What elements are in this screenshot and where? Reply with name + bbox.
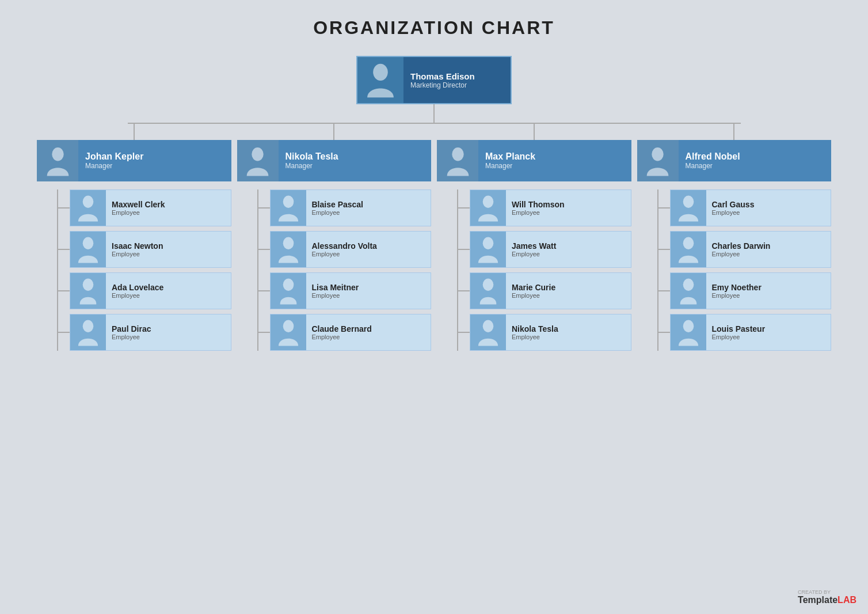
emp-info-3-3: Louis Pasteur Employee (706, 322, 771, 343)
emp-card-1-1: Alessandro Volta Employee (270, 231, 432, 268)
svg-point-5 (83, 320, 94, 332)
emp-info-0-1: Isaac Newton Employee (106, 239, 169, 260)
emp-info-1-2: Lisa Meitner Employee (306, 281, 365, 301)
emp-list-2: Will Thomson Employee James Watt Employe… (458, 189, 631, 351)
svg-point-7 (283, 196, 294, 208)
emp-card-3-0: Carl Gauss Employee (670, 189, 832, 226)
emp-avatar-2-0 (470, 190, 506, 226)
svg-point-8 (283, 237, 294, 249)
emp-avatar-1-3 (271, 314, 306, 350)
mgr-avatar-0 (37, 140, 78, 181)
emp-row-2-1: James Watt Employee (458, 231, 631, 268)
h-span-line (25, 123, 843, 124)
svg-point-16 (652, 147, 663, 161)
svg-point-14 (483, 279, 494, 291)
emp-section-0: Maxwell Clerk Employee Isaac Newton Empl… (37, 189, 231, 351)
emp-h-line-3-2 (658, 290, 670, 291)
emp-h-line-0-2 (58, 290, 70, 291)
svg-point-0 (373, 64, 388, 81)
emp-card-3-2: Emy Noether Employee (670, 272, 832, 309)
emp-card-2-2: Marie Curie Employee (470, 272, 631, 309)
emp-row-0-2: Ada Lovelace Employee (58, 272, 231, 309)
manager-column-0: Johan Kepler Manager Maxwell Clerk Emplo… (37, 124, 231, 351)
emp-row-3-2: Emy Noether Employee (658, 272, 832, 309)
emp-name-0-1: Isaac Newton (112, 241, 163, 251)
emp-avatar-0-1 (70, 232, 106, 267)
person-icon (362, 62, 399, 98)
emp-name-0-2: Ada Lovelace (112, 283, 163, 292)
root-role: Marketing Director (410, 81, 475, 89)
emp-role-2-0: Employee (512, 209, 565, 216)
emp-avatar-0-3 (70, 314, 106, 350)
emp-list-1: Blaise Pascal Employee Alessandro Volta … (258, 189, 432, 351)
emp-h-line-0-1 (58, 249, 70, 250)
emp-info-2-3: Nikola Tesla Employee (506, 322, 564, 343)
emp-card-0-0: Maxwell Clerk Employee (70, 189, 231, 226)
emp-info-1-1: Alessandro Volta Employee (306, 239, 383, 260)
emp-card-3-3: Louis Pasteur Employee (670, 314, 832, 351)
mgr-info-1: Nikola Tesla Manager (279, 148, 345, 173)
emp-row-3-0: Carl Gauss Employee (658, 189, 832, 226)
emp-role-0-2: Employee (112, 292, 163, 299)
emp-role-2-1: Employee (512, 251, 556, 257)
emp-name-3-0: Carl Gauss (712, 200, 755, 209)
emp-h-line-2-1 (458, 249, 470, 250)
emp-info-3-2: Emy Noether Employee (706, 281, 767, 301)
svg-point-10 (283, 320, 294, 332)
svg-point-9 (283, 279, 294, 291)
emp-h-line-3-0 (658, 207, 670, 209)
mgr-name-2: Max Planck (485, 151, 535, 162)
emp-info-3-1: Charles Darwin Employee (706, 239, 776, 260)
emp-row-0-0: Maxwell Clerk Employee (58, 189, 231, 226)
emp-avatar-1-2 (271, 273, 306, 309)
emp-role-3-3: Employee (712, 333, 766, 340)
emp-role-0-1: Employee (112, 251, 163, 257)
emp-row-2-2: Marie Curie Employee (458, 272, 631, 309)
emp-role-1-3: Employee (312, 333, 372, 340)
emp-name-0-0: Maxwell Clerk (112, 200, 165, 209)
emp-name-2-2: Marie Curie (512, 283, 555, 292)
root-avatar (357, 57, 403, 103)
mgr-avatar-2 (437, 140, 478, 181)
emp-list-0: Maxwell Clerk Employee Isaac Newton Empl… (58, 189, 231, 351)
svg-point-20 (683, 320, 694, 332)
emp-role-1-2: Employee (312, 292, 359, 299)
emp-info-0-3: Paul Dirac Employee (106, 322, 157, 343)
emp-h-line-1-3 (258, 332, 270, 333)
emp-list-3: Carl Gauss Employee Charles Darwin Emplo… (658, 189, 832, 351)
emp-row-0-1: Isaac Newton Employee (58, 231, 231, 268)
emp-avatar-1-1 (271, 232, 306, 267)
svg-point-18 (683, 237, 694, 249)
emp-avatar-1-0 (271, 190, 306, 226)
manager-node-2: Max Planck Manager (437, 140, 631, 181)
emp-h-line-3-3 (658, 332, 670, 333)
emp-section-1: Blaise Pascal Employee Alessandro Volta … (237, 189, 432, 351)
svg-point-1 (52, 147, 63, 161)
emp-card-0-1: Isaac Newton Employee (70, 231, 231, 268)
emp-role-2-2: Employee (512, 292, 555, 299)
root-node: Thomas Edison Marketing Director (356, 56, 512, 104)
emp-info-3-0: Carl Gauss Employee (706, 198, 760, 218)
mgr-info-2: Max Planck Manager (478, 148, 542, 173)
emp-row-3-3: Louis Pasteur Employee (658, 314, 832, 351)
emp-avatar-2-2 (470, 273, 506, 309)
top-connector-1 (333, 124, 334, 140)
root-row: Thomas Edison Marketing Director (356, 56, 512, 104)
h-line-inner (128, 123, 741, 124)
emp-info-2-2: Marie Curie Employee (506, 281, 561, 301)
emp-name-2-3: Nikola Tesla (512, 324, 558, 333)
mgr-role-1: Manager (285, 162, 338, 170)
svg-point-13 (483, 237, 494, 249)
emp-h-line-0-0 (58, 207, 70, 209)
top-connector-0 (134, 124, 135, 140)
root-name: Thomas Edison (410, 71, 475, 81)
emp-card-0-2: Ada Lovelace Employee (70, 272, 231, 309)
mgr-role-3: Manager (686, 162, 740, 170)
emp-row-1-2: Lisa Meitner Employee (258, 272, 432, 309)
emp-info-0-0: Maxwell Clerk Employee (106, 198, 171, 218)
emp-info-2-0: Will Thomson Employee (506, 198, 570, 218)
svg-point-4 (83, 279, 94, 291)
watermark-text: CREATED BY TemplateLAB (798, 589, 856, 605)
emp-h-line-2-2 (458, 290, 470, 291)
emp-info-1-3: Claude Bernard Employee (306, 322, 378, 343)
